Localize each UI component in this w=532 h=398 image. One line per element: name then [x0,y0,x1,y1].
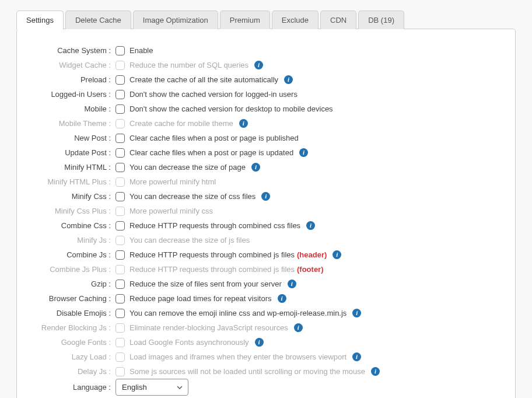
setting-label: Gzip : [31,280,116,288]
language-select[interactable]: English [116,379,188,396]
setting-checkbox[interactable] [116,294,125,303]
setting-checkbox [116,207,125,216]
setting-row: Google Fonts :Load Google Fonts asynchro… [31,335,501,350]
tab-premium[interactable]: Premium [220,11,270,29]
setting-description: More powerful minify html [130,177,216,186]
info-icon[interactable] [278,294,286,303]
info-icon[interactable] [288,280,296,288]
info-icon[interactable] [294,323,303,332]
tab-bar: SettingsDelete CacheImage OptimizationPr… [16,11,516,29]
setting-label: Render Blocking Js : [31,323,116,332]
setting-checkbox[interactable] [116,46,125,55]
info-icon[interactable] [255,338,264,347]
setting-row: Lazy Load :Load images and iframes when … [31,350,501,364]
info-icon[interactable] [254,61,263,69]
setting-row: Minify Css Plus :More powerful minify cs… [31,204,501,218]
setting-checkbox[interactable] [116,104,125,114]
setting-label: Combine Js Plus : [31,265,116,274]
setting-label: Minify HTML Plus : [31,177,116,186]
setting-label: Minify Js : [31,236,116,245]
setting-description: Create the cache of all the site automat… [130,75,278,84]
setting-description: Load Google Fonts asynchronously [130,338,249,347]
setting-row: Cache System :Enable [31,43,501,58]
setting-description: Clear cache files when a post or page is… [130,134,299,142]
setting-checkbox[interactable] [116,90,125,99]
setting-checkbox[interactable] [116,75,125,85]
setting-label: Combine Css : [31,221,116,230]
setting-checkbox [116,338,125,347]
setting-description: Reduce HTTP requests through combined js… [130,250,295,259]
setting-extra: (footer) [297,265,324,274]
setting-row: Mobile Theme :Create cache for mobile th… [31,116,501,131]
setting-checkbox[interactable] [116,134,125,143]
setting-checkbox [116,61,125,70]
setting-checkbox [116,323,125,333]
tab-label: CDN [330,16,346,25]
tab-cdn[interactable]: CDN [320,11,356,29]
setting-description: Reduce HTTP requests through combined cs… [130,221,300,230]
setting-label: Widget Cache : [31,61,116,69]
tab-settings[interactable]: Settings [16,11,64,30]
setting-label: Google Fonts : [31,338,116,347]
tab-db-19-[interactable]: DB (19) [358,11,404,29]
tab-label: Delete Cache [75,16,121,25]
setting-checkbox [116,236,125,245]
info-icon[interactable] [352,309,361,317]
setting-label: Logged-in Users : [31,90,116,99]
info-icon[interactable] [332,250,341,259]
info-icon[interactable] [371,367,380,376]
setting-checkbox [116,352,125,362]
setting-row: Minify Css :You can decrease the size of… [31,189,501,204]
setting-row: New Post :Clear cache files when a post … [31,131,501,145]
tab-label: Settings [26,16,54,25]
setting-label: Disable Emojis : [31,309,116,317]
info-icon[interactable] [352,352,361,361]
info-icon[interactable] [306,221,315,230]
setting-label: Mobile : [31,104,116,113]
setting-description: You can decrease the size of css files [130,192,256,201]
setting-row: Disable Emojis :You can remove the emoji… [31,306,501,320]
setting-checkbox[interactable] [116,192,125,201]
setting-row: Browser Caching :Reduce page load times … [31,291,501,306]
setting-row: Delay Js :Some js sources will not be lo… [31,364,501,379]
settings-panel: Cache System :EnableWidget Cache :Reduce… [16,29,516,398]
setting-checkbox[interactable] [116,148,125,158]
setting-checkbox[interactable] [116,280,125,289]
tab-delete-cache[interactable]: Delete Cache [65,11,131,29]
setting-row: Combine Css :Reduce HTTP requests throug… [31,218,501,233]
setting-checkbox[interactable] [116,221,125,231]
setting-description: Reduce HTTP requests through combined js… [130,265,295,274]
setting-label: Lazy Load : [31,352,116,361]
tab-image-optimization[interactable]: Image Optimization [133,11,218,29]
info-icon[interactable] [284,75,293,84]
setting-checkbox [116,367,125,376]
setting-label: Preload : [31,75,116,84]
setting-checkbox [116,265,125,274]
setting-checkbox[interactable] [116,163,125,172]
setting-description: More powerful minify css [130,207,213,215]
setting-checkbox[interactable] [116,309,125,318]
settings-page: SettingsDelete CacheImage OptimizationPr… [16,11,516,398]
setting-description: Reduce the number of SQL queries [130,61,249,69]
setting-label: Mobile Theme : [31,119,116,128]
setting-row: Update Post :Clear cache files when a po… [31,145,501,160]
info-icon[interactable] [261,192,270,201]
setting-row: Widget Cache :Reduce the number of SQL q… [31,58,501,72]
tab-label: Exclude [282,16,309,25]
info-icon[interactable] [299,148,308,157]
setting-row: Render Blocking Js :Eliminate render-blo… [31,320,501,335]
setting-description: Eliminate render-blocking JavaScript res… [130,323,288,332]
tab-exclude[interactable]: Exclude [272,11,318,29]
setting-label: New Post : [31,134,116,142]
info-icon[interactable] [251,163,260,172]
info-icon[interactable] [239,119,248,128]
setting-description: Create cache for mobile theme [130,119,233,128]
setting-label: Minify HTML : [31,163,116,172]
setting-extra: (header) [297,250,327,259]
setting-checkbox[interactable] [116,250,125,260]
setting-label: Minify Css Plus : [31,207,116,215]
setting-description: Clear cache files when a post or page is… [130,148,293,157]
setting-description: You can decrease the size of js files [130,236,250,245]
setting-row: Combine Js Plus :Reduce HTTP requests th… [31,262,501,277]
setting-description: Load images and iframes when they enter … [130,352,346,361]
